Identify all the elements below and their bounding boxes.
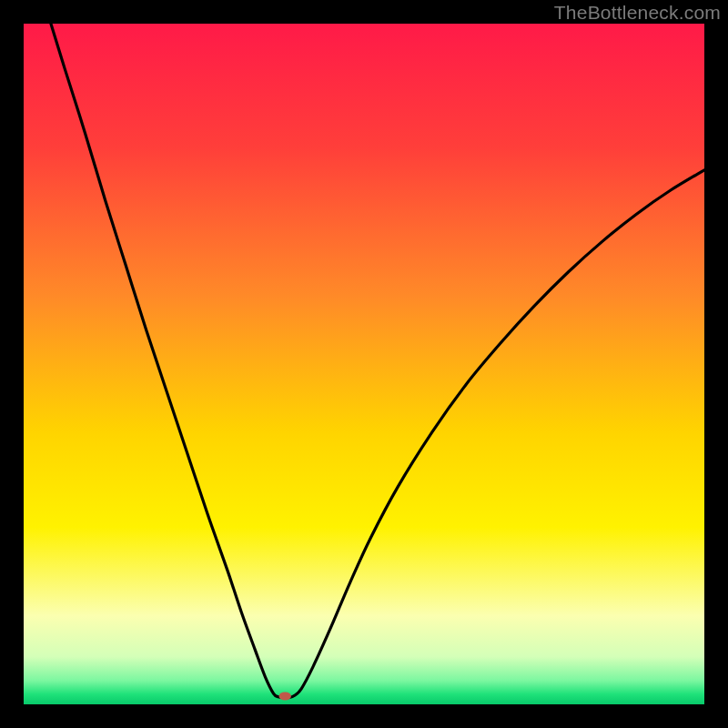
plot-svg bbox=[24, 24, 704, 704]
optimum-marker bbox=[279, 693, 291, 701]
gradient-background bbox=[24, 24, 704, 704]
chart-frame: TheBottleneck.com bbox=[0, 0, 728, 728]
plot-area bbox=[24, 24, 704, 704]
watermark-label: TheBottleneck.com bbox=[554, 2, 721, 24]
